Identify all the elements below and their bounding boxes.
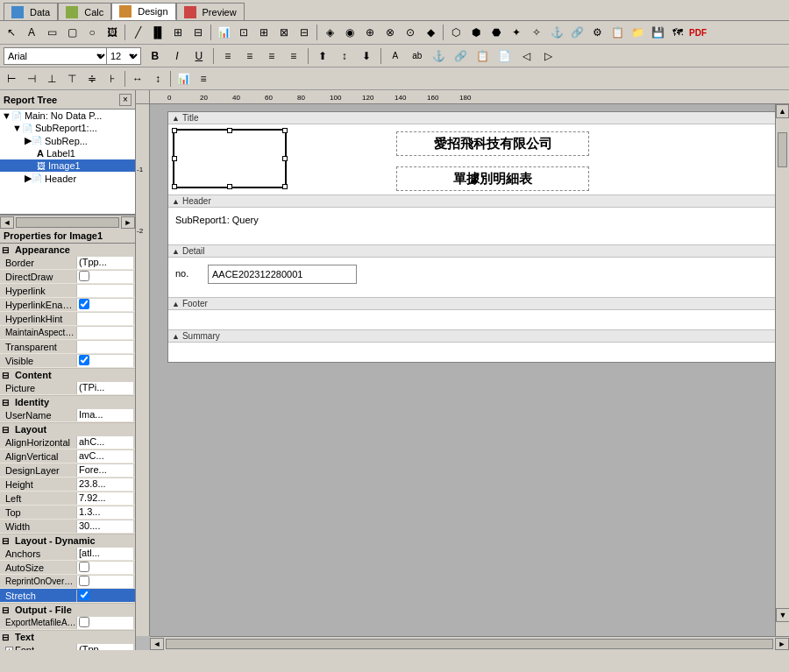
font-color-button[interactable]: A — [386, 47, 405, 65]
exportmetafile-checkbox[interactable] — [79, 617, 89, 627]
align-middle-button[interactable]: ↕ — [335, 47, 354, 65]
ellipse-tool[interactable]: ○ — [82, 23, 102, 42]
arrow-tool[interactable]: ↖ — [2, 23, 21, 42]
hscroll-right-btn[interactable]: ► — [775, 638, 789, 650]
group-output-file-header[interactable]: ⊟ Output - File — [0, 604, 135, 616]
prop-maintainaspect-value[interactable] — [76, 327, 133, 339]
chart-btn2[interactable]: ≡ — [194, 69, 213, 88]
prop-designlayer-value[interactable]: Fore... — [76, 464, 133, 477]
copy-format-button[interactable]: 📋 — [473, 47, 493, 65]
vscroll-up-btn[interactable]: ▲ — [776, 104, 789, 118]
prop-transparent-value[interactable] — [76, 341, 133, 353]
group-text-header[interactable]: ⊟ Text — [0, 631, 135, 643]
tab-data[interactable]: Data — [4, 3, 58, 20]
prop-autosize-value[interactable] — [76, 562, 133, 574]
link-button[interactable]: 🔗 — [451, 47, 471, 65]
align-bottom-button[interactable]: ⬇ — [357, 47, 376, 65]
align-right-button[interactable]: ≡ — [262, 47, 281, 65]
tree-item-subreport1[interactable]: ▼ 📄 SubReport1:... — [0, 122, 135, 134]
format-btn2[interactable]: ▷ — [539, 47, 558, 65]
tool14[interactable]: ✦ — [507, 23, 526, 42]
group-identity-header[interactable]: ⊟ Identity — [0, 396, 135, 408]
hscroll-thumb[interactable] — [166, 639, 773, 649]
tool20[interactable]: 📁 — [628, 23, 647, 42]
prop-hyperlinkhint-value[interactable] — [76, 313, 133, 325]
prop-hyperlink-value[interactable] — [76, 285, 133, 297]
tool4[interactable]: ⊟ — [295, 23, 314, 42]
handle-tr[interactable] — [282, 128, 288, 133]
anchor-button[interactable]: ⚓ — [430, 47, 449, 65]
header-text1[interactable]: SubReport1: Query — [175, 215, 259, 225]
font-size-select[interactable]: 12 — [106, 47, 141, 65]
directdraw-checkbox[interactable] — [79, 271, 89, 281]
font-name-select[interactable]: Arial — [4, 47, 109, 65]
barcode-tool[interactable]: ▐▌ — [148, 23, 167, 42]
handle-ml[interactable] — [172, 156, 177, 161]
tab-preview[interactable]: Preview — [176, 3, 245, 20]
align-h-center[interactable]: ⊣ — [22, 69, 41, 88]
tool12[interactable]: ⬢ — [466, 23, 486, 42]
tool5[interactable]: ◈ — [320, 23, 339, 42]
align-justify-button[interactable]: ≡ — [284, 47, 303, 65]
prop-anchors-value[interactable]: [atl... — [76, 548, 133, 560]
tool1[interactable]: ⊡ — [234, 23, 253, 42]
tree-item-header[interactable]: ▶ 📄 Header — [0, 172, 135, 185]
tool16[interactable]: ⚓ — [547, 23, 566, 42]
align-v-bottom[interactable]: ⊦ — [103, 69, 122, 88]
prop-visible-value[interactable] — [76, 355, 133, 367]
tool11[interactable]: ⬡ — [446, 23, 466, 42]
prop-stretch-value[interactable] — [76, 590, 133, 602]
handle-tm[interactable] — [227, 128, 232, 133]
align-h-right[interactable]: ⊥ — [42, 69, 61, 88]
prop-reprintonoverflow-value[interactable] — [76, 576, 133, 588]
align-top-button[interactable]: ⬆ — [313, 47, 332, 65]
subreport-tool[interactable]: ⊞ — [168, 23, 188, 42]
chart-tool[interactable]: 📊 — [214, 23, 233, 42]
scroll-left-btn[interactable]: ◄ — [0, 216, 14, 229]
hscroll-left-btn[interactable]: ◄ — [150, 638, 164, 650]
tool21[interactable]: 💾 — [648, 23, 667, 42]
prop-alignv-value[interactable]: avC... — [76, 450, 133, 463]
rect-tool[interactable]: ▭ — [42, 23, 61, 42]
handle-bl[interactable] — [172, 184, 177, 189]
visible-checkbox[interactable] — [79, 355, 89, 365]
tool15[interactable]: ✧ — [527, 23, 546, 42]
highlight-button[interactable]: ab — [408, 47, 427, 65]
scroll-right-btn[interactable]: ► — [121, 216, 135, 229]
prop-width-value[interactable]: 30.... — [76, 520, 133, 533]
autosize-checkbox[interactable] — [79, 562, 89, 572]
handle-tl[interactable] — [172, 128, 177, 133]
group-appearance-header[interactable]: ⊟ Appearance — [0, 244, 135, 256]
handle-bm[interactable] — [227, 184, 232, 189]
prop-alignh-value[interactable]: ahC... — [76, 436, 133, 449]
tool2[interactable]: ⊞ — [254, 23, 274, 42]
line-tool[interactable]: ╱ — [128, 23, 147, 42]
text-tool[interactable]: A — [22, 23, 41, 42]
prop-stretch[interactable]: Stretch — [0, 589, 135, 603]
tool9[interactable]: ⊙ — [401, 23, 420, 42]
paste-format-button[interactable]: 📄 — [495, 47, 515, 65]
pdf-tool[interactable]: PDF — [688, 23, 707, 42]
detail-text1[interactable]: no. — [175, 268, 188, 279]
tool10[interactable]: ◆ — [421, 23, 440, 42]
tree-item-label1[interactable]: A Label1 — [0, 147, 135, 159]
italic-button[interactable]: I — [167, 47, 187, 65]
tab-calc[interactable]: Calc — [58, 3, 111, 20]
stretch-checkbox[interactable] — [79, 590, 89, 600]
prop-picture-value[interactable]: (TPi... — [76, 382, 133, 394]
title-text2[interactable]: 單據別明細表 — [396, 166, 589, 191]
prop-left-value[interactable]: 7.92... — [76, 492, 133, 505]
detail-text2[interactable]: AACE202312280001 — [208, 265, 357, 284]
tool6[interactable]: ◉ — [340, 23, 359, 42]
tool8[interactable]: ⊗ — [380, 23, 400, 42]
prop-hyperlinkenabled-value[interactable] — [76, 299, 133, 311]
group-content-header[interactable]: ⊟ Content — [0, 369, 135, 381]
tab-design[interactable]: Design — [111, 3, 175, 20]
group-layout-dynamic-header[interactable]: ⊟ Layout - Dynamic — [0, 534, 135, 547]
tool3[interactable]: ⊠ — [274, 23, 294, 42]
tool18[interactable]: ⚙ — [587, 23, 607, 42]
canvas-vscroll[interactable]: ▲ ▼ — [775, 104, 789, 636]
align-h-left[interactable]: ⊢ — [2, 69, 21, 88]
align-center-button[interactable]: ≡ — [240, 47, 259, 65]
format-btn1[interactable]: ◁ — [517, 47, 537, 65]
